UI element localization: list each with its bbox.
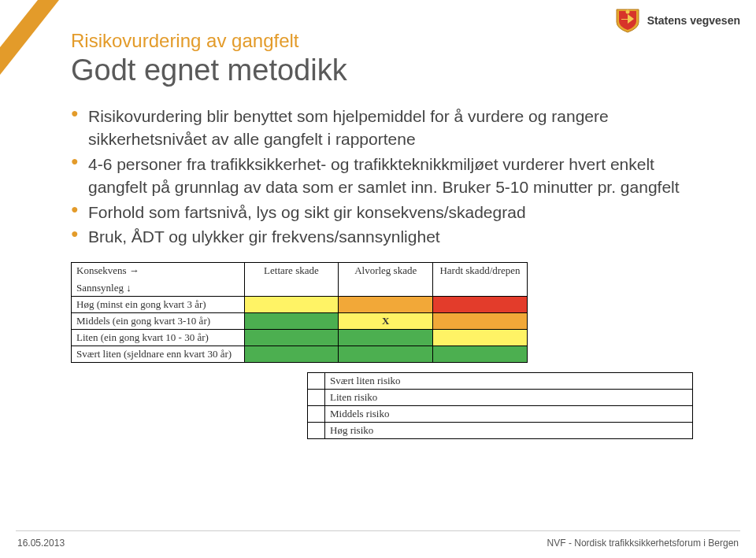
matrix-cell xyxy=(339,330,433,346)
matrix-col-head: Hardt skadd/drepen xyxy=(433,263,528,297)
corner-decoration xyxy=(0,0,59,75)
matrix-cell xyxy=(244,346,339,363)
axis-probability-label: Sannsynleg ↓ xyxy=(76,282,239,294)
risk-matrix-table: Konsekvens → Sannsynleg ↓ Lettare skade … xyxy=(71,262,528,363)
bullet-item: Risikovurdering blir benyttet som hjelpe… xyxy=(71,105,693,151)
brand-name: Statens vegvesen xyxy=(647,14,740,27)
legend-swatch xyxy=(308,423,325,439)
shield-icon xyxy=(614,8,641,33)
matrix-cell xyxy=(244,297,339,313)
footer-divider xyxy=(16,530,740,531)
matrix-col-head: Alvorleg skade xyxy=(339,263,433,297)
bullet-list: Risikovurdering blir benyttet som hjelpe… xyxy=(71,105,693,248)
matrix-row-label: Høg (minst ein gong kvart 3 år) xyxy=(72,297,245,313)
matrix-cell xyxy=(433,313,528,330)
matrix-cell xyxy=(339,297,433,313)
bullet-item: 4-6 personer fra trafikksikkerhet- og tr… xyxy=(71,153,693,199)
slide-content: Risikovurdering av gangfelt Godt egnet m… xyxy=(0,0,756,439)
matrix-cell xyxy=(244,330,339,346)
matrix-col-head: Lettare skade xyxy=(244,263,339,297)
matrix-cell xyxy=(339,346,433,363)
legend-swatch xyxy=(308,390,325,406)
matrix-cell xyxy=(433,346,528,363)
svg-point-0 xyxy=(625,10,629,14)
risk-legend-table: Svært liten risiko Liten risiko Middels … xyxy=(307,372,693,439)
axis-consequence-label: Konsekvens → xyxy=(76,264,239,277)
footer: 16.05.2013 NVF - Nordisk trafikksikkerhe… xyxy=(0,538,756,549)
matrix-row-label: Liten (ein gong kvart 10 - 30 år) xyxy=(72,330,245,346)
legend-label: Svært liten risiko xyxy=(325,373,693,390)
bullet-item: Forhold som fartsnivå, lys og sikt gir k… xyxy=(71,201,693,224)
bullet-item: Bruk, ÅDT og ulykker gir frekvens/sannsy… xyxy=(71,225,693,248)
matrix-cell xyxy=(433,297,528,313)
matrix-cell xyxy=(433,330,528,346)
slide-supertitle: Risikovurdering av gangfelt xyxy=(71,30,693,52)
footer-caption: NVF - Nordisk trafikksikkerhetsforum i B… xyxy=(547,538,739,549)
legend-swatch xyxy=(308,373,325,390)
matrix-row-label: Middels (ein gong kvart 3-10 år) xyxy=(72,313,245,330)
matrix-row-label: Svært liten (sjeldnare enn kvart 30 år) xyxy=(72,346,245,363)
footer-date: 16.05.2013 xyxy=(17,538,65,549)
slide-title: Godt egnet metodikk xyxy=(71,54,693,87)
legend-label: Liten risiko xyxy=(325,390,693,406)
legend-swatch xyxy=(308,406,325,423)
matrix-cell xyxy=(244,313,339,330)
matrix-axis-cell: Konsekvens → Sannsynleg ↓ xyxy=(72,263,245,297)
brand-logo: Statens vegvesen xyxy=(614,8,740,33)
matrix-cell-marked: X xyxy=(339,313,433,330)
legend-label: Høg risiko xyxy=(325,423,693,439)
legend-label: Middels risiko xyxy=(325,406,693,423)
